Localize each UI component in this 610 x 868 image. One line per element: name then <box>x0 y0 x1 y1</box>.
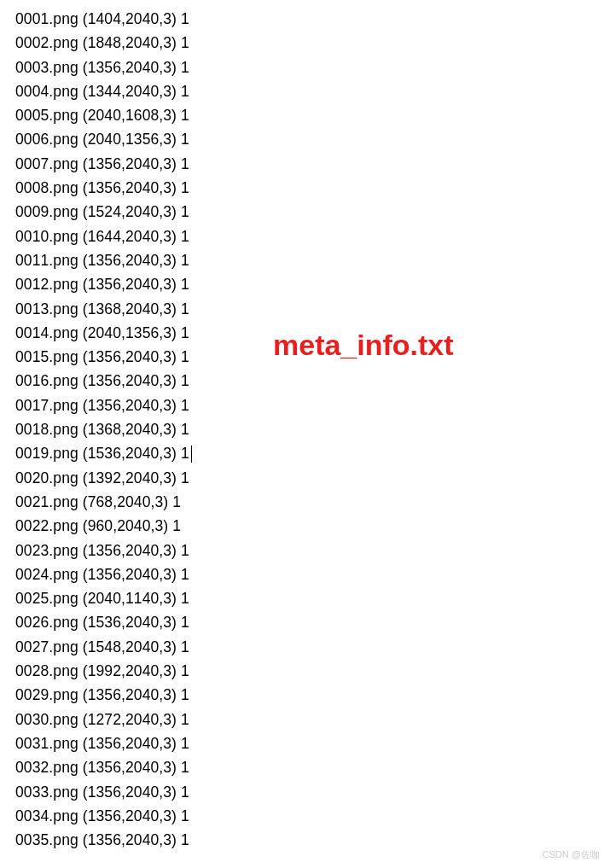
file-entry-row: 0022.png (960,2040,3) 1 <box>15 514 610 538</box>
file-entry-row: 0028.png (1992,2040,3) 1 <box>15 659 610 683</box>
file-entry-dimensions: (1644,2040,3) <box>83 228 177 245</box>
file-entry-row: 0035.png (1356,2040,3) 1 <box>15 828 610 852</box>
file-entry-flag: 1 <box>181 348 189 365</box>
file-entry-filename: 0007.png <box>15 155 78 172</box>
annotation-filename-label: meta_info.txt <box>273 329 454 362</box>
file-entry-filename: 0011.png <box>15 252 78 269</box>
file-entry-flag: 1 <box>181 711 189 728</box>
file-entry-filename: 0010.png <box>15 228 78 245</box>
file-entry-flag: 1 <box>181 735 189 752</box>
file-entry-dimensions: (1356,2040,3) <box>83 735 177 752</box>
file-entry-flag: 1 <box>181 252 189 269</box>
file-entry-filename: 0008.png <box>15 179 78 196</box>
file-entry-row: 0034.png (1356,2040,3) 1 <box>15 804 610 828</box>
file-entry-dimensions: (1356,2040,3) <box>83 59 177 76</box>
file-entry-flag: 1 <box>181 831 189 848</box>
file-entry-filename: 0034.png <box>15 807 78 824</box>
file-entry-filename: 0027.png <box>15 638 78 655</box>
file-entry-dimensions: (1356,2040,3) <box>83 831 177 848</box>
text-content-area: 0001.png (1404,2040,3) 10002.png (1848,2… <box>0 0 610 852</box>
file-entry-row: 0007.png (1356,2040,3) 1 <box>15 152 610 176</box>
file-entry-row: 0020.png (1392,2040,3) 1 <box>15 466 610 490</box>
file-entry-dimensions: (768,2040,3) <box>83 493 168 510</box>
file-entry-filename: 0013.png <box>15 300 78 317</box>
file-entry-dimensions: (2040,1608,3) <box>83 107 177 124</box>
file-entry-row: 0010.png (1644,2040,3) 1 <box>15 224 610 248</box>
file-entry-filename: 0030.png <box>15 711 78 728</box>
file-entry-row: 0008.png (1356,2040,3) 1 <box>15 176 610 200</box>
file-entry-row: 0001.png (1404,2040,3) 1 <box>15 7 610 31</box>
file-entry-filename: 0017.png <box>15 397 78 414</box>
file-entry-flag: 1 <box>181 662 189 679</box>
file-entry-filename: 0012.png <box>15 276 78 293</box>
file-entry-filename: 0004.png <box>15 83 78 100</box>
file-entry-filename: 0019.png <box>15 445 78 462</box>
file-entry-row: 0019.png (1536,2040,3) 1 <box>15 441 610 465</box>
file-entry-flag: 1 <box>181 686 189 703</box>
file-entry-flag: 1 <box>181 228 189 245</box>
file-entry-dimensions: (1356,2040,3) <box>83 542 177 559</box>
file-entry-dimensions: (1356,2040,3) <box>83 397 177 414</box>
file-entry-filename: 0024.png <box>15 566 78 583</box>
file-entry-dimensions: (1368,2040,3) <box>83 421 177 438</box>
file-entry-filename: 0023.png <box>15 542 78 559</box>
file-entry-row: 0002.png (1848,2040,3) 1 <box>15 31 610 55</box>
file-entry-dimensions: (1356,2040,3) <box>83 784 177 801</box>
file-entry-filename: 0035.png <box>15 831 78 848</box>
file-entry-filename: 0002.png <box>15 34 78 51</box>
watermark-text: CSDN @佐咖 <box>543 848 600 861</box>
file-entry-row: 0027.png (1548,2040,3) 1 <box>15 635 610 659</box>
file-entry-row: 0005.png (2040,1608,3) 1 <box>15 103 610 127</box>
file-entry-row: 0011.png (1356,2040,3) 1 <box>15 248 610 272</box>
file-entry-filename: 0016.png <box>15 372 78 389</box>
file-entry-row: 0017.png (1356,2040,3) 1 <box>15 393 610 417</box>
file-entry-row: 0012.png (1356,2040,3) 1 <box>15 272 610 296</box>
file-entry-dimensions: (1272,2040,3) <box>83 711 177 728</box>
file-entry-flag: 1 <box>181 300 189 317</box>
file-entry-flag: 1 <box>181 131 189 148</box>
file-entry-flag: 1 <box>181 203 189 220</box>
file-entry-dimensions: (1536,2040,3) <box>83 614 177 631</box>
file-entry-dimensions: (1356,2040,3) <box>83 807 177 824</box>
file-entry-dimensions: (1368,2040,3) <box>83 300 177 317</box>
file-entry-flag: 1 <box>181 155 189 172</box>
file-entry-flag: 1 <box>181 397 189 414</box>
file-entry-dimensions: (1548,2040,3) <box>83 638 177 655</box>
file-entry-dimensions: (1356,2040,3) <box>83 348 177 365</box>
file-entry-filename: 0032.png <box>15 759 78 776</box>
file-entry-dimensions: (1992,2040,3) <box>83 662 177 679</box>
file-entry-dimensions: (1848,2040,3) <box>83 34 177 51</box>
file-entry-filename: 0021.png <box>15 493 78 510</box>
file-entry-filename: 0025.png <box>15 590 78 607</box>
file-entry-dimensions: (1356,2040,3) <box>83 759 177 776</box>
file-entry-flag: 1 <box>181 34 189 51</box>
file-entry-flag: 1 <box>181 83 189 100</box>
file-entry-flag: 1 <box>181 807 189 824</box>
file-entry-flag: 1 <box>181 372 189 389</box>
file-entry-flag: 1 <box>181 759 189 776</box>
file-entry-row: 0029.png (1356,2040,3) 1 <box>15 683 610 707</box>
file-entry-filename: 0003.png <box>15 59 78 76</box>
file-entry-flag: 1 <box>181 542 189 559</box>
file-entry-dimensions: (1356,2040,3) <box>83 155 177 172</box>
file-entry-flag: 1 <box>181 614 189 631</box>
file-entry-filename: 0022.png <box>15 517 78 534</box>
file-entry-dimensions: (1356,2040,3) <box>83 179 177 196</box>
file-entry-row: 0004.png (1344,2040,3) 1 <box>15 79 610 103</box>
file-entry-dimensions: (2040,1140,3) <box>83 590 177 607</box>
file-entry-row: 0009.png (1524,2040,3) 1 <box>15 200 610 224</box>
file-entry-filename: 0001.png <box>15 10 78 27</box>
file-entry-row: 0024.png (1356,2040,3) 1 <box>15 562 610 586</box>
file-entry-dimensions: (1356,2040,3) <box>83 372 177 389</box>
file-entry-row: 0030.png (1272,2040,3) 1 <box>15 708 610 731</box>
file-entry-dimensions: (1356,2040,3) <box>83 566 177 583</box>
file-entry-row: 0033.png (1356,2040,3) 1 <box>15 780 610 804</box>
file-entry-dimensions: (1404,2040,3) <box>83 10 177 27</box>
file-entry-row: 0025.png (2040,1140,3) 1 <box>15 586 610 610</box>
file-entry-dimensions: (1536,2040,3) <box>83 445 177 462</box>
file-entry-flag: 1 <box>181 324 189 341</box>
file-entry-row: 0031.png (1356,2040,3) 1 <box>15 731 610 755</box>
file-entry-flag: 1 <box>181 107 189 124</box>
file-entry-dimensions: (1344,2040,3) <box>83 83 177 100</box>
file-entry-filename: 0029.png <box>15 686 78 703</box>
